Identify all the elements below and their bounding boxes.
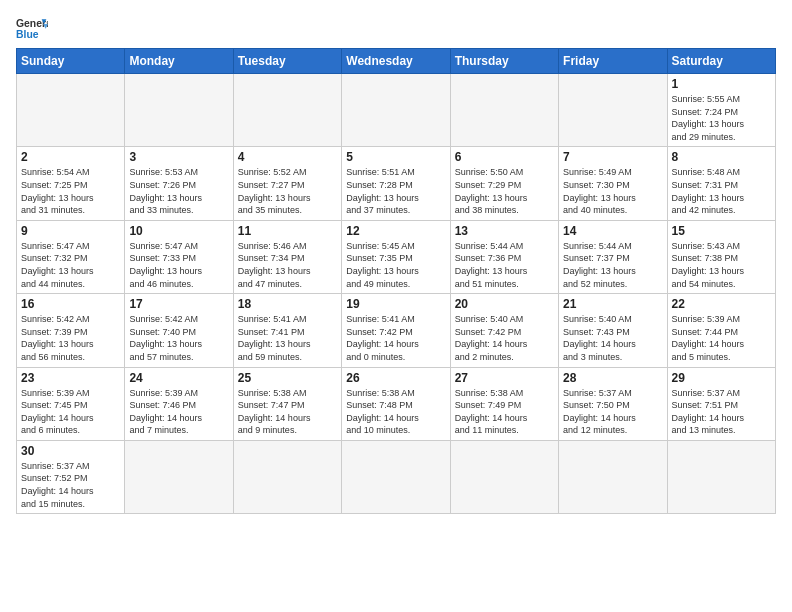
day-info: Sunrise: 5:47 AM Sunset: 7:33 PM Dayligh… <box>129 240 228 290</box>
day-info: Sunrise: 5:55 AM Sunset: 7:24 PM Dayligh… <box>672 93 771 143</box>
day-number: 24 <box>129 371 228 385</box>
calendar-cell <box>450 74 558 147</box>
day-info: Sunrise: 5:47 AM Sunset: 7:32 PM Dayligh… <box>21 240 120 290</box>
calendar-cell: 8Sunrise: 5:48 AM Sunset: 7:31 PM Daylig… <box>667 147 775 220</box>
day-info: Sunrise: 5:42 AM Sunset: 7:39 PM Dayligh… <box>21 313 120 363</box>
day-number: 10 <box>129 224 228 238</box>
day-number: 8 <box>672 150 771 164</box>
weekday-header-wednesday: Wednesday <box>342 49 450 74</box>
calendar-cell <box>233 440 341 513</box>
calendar-cell: 1Sunrise: 5:55 AM Sunset: 7:24 PM Daylig… <box>667 74 775 147</box>
day-number: 4 <box>238 150 337 164</box>
calendar-cell: 12Sunrise: 5:45 AM Sunset: 7:35 PM Dayli… <box>342 220 450 293</box>
day-number: 27 <box>455 371 554 385</box>
day-info: Sunrise: 5:37 AM Sunset: 7:52 PM Dayligh… <box>21 460 120 510</box>
header: General Blue <box>16 16 776 40</box>
week-row-5: 23Sunrise: 5:39 AM Sunset: 7:45 PM Dayli… <box>17 367 776 440</box>
calendar-cell <box>125 74 233 147</box>
weekday-header-thursday: Thursday <box>450 49 558 74</box>
day-number: 14 <box>563 224 662 238</box>
day-info: Sunrise: 5:48 AM Sunset: 7:31 PM Dayligh… <box>672 166 771 216</box>
day-number: 23 <box>21 371 120 385</box>
calendar-cell: 16Sunrise: 5:42 AM Sunset: 7:39 PM Dayli… <box>17 294 125 367</box>
day-info: Sunrise: 5:38 AM Sunset: 7:49 PM Dayligh… <box>455 387 554 437</box>
logo: General Blue <box>16 16 48 40</box>
day-number: 28 <box>563 371 662 385</box>
calendar-cell: 25Sunrise: 5:38 AM Sunset: 7:47 PM Dayli… <box>233 367 341 440</box>
weekday-header-saturday: Saturday <box>667 49 775 74</box>
day-info: Sunrise: 5:39 AM Sunset: 7:44 PM Dayligh… <box>672 313 771 363</box>
calendar-cell: 29Sunrise: 5:37 AM Sunset: 7:51 PM Dayli… <box>667 367 775 440</box>
calendar-cell: 9Sunrise: 5:47 AM Sunset: 7:32 PM Daylig… <box>17 220 125 293</box>
day-number: 1 <box>672 77 771 91</box>
calendar-cell: 13Sunrise: 5:44 AM Sunset: 7:36 PM Dayli… <box>450 220 558 293</box>
calendar-cell: 6Sunrise: 5:50 AM Sunset: 7:29 PM Daylig… <box>450 147 558 220</box>
calendar-cell: 28Sunrise: 5:37 AM Sunset: 7:50 PM Dayli… <box>559 367 667 440</box>
day-info: Sunrise: 5:37 AM Sunset: 7:50 PM Dayligh… <box>563 387 662 437</box>
day-info: Sunrise: 5:39 AM Sunset: 7:45 PM Dayligh… <box>21 387 120 437</box>
day-info: Sunrise: 5:38 AM Sunset: 7:47 PM Dayligh… <box>238 387 337 437</box>
day-number: 29 <box>672 371 771 385</box>
day-info: Sunrise: 5:44 AM Sunset: 7:37 PM Dayligh… <box>563 240 662 290</box>
week-row-1: 1Sunrise: 5:55 AM Sunset: 7:24 PM Daylig… <box>17 74 776 147</box>
day-number: 17 <box>129 297 228 311</box>
calendar-cell: 24Sunrise: 5:39 AM Sunset: 7:46 PM Dayli… <box>125 367 233 440</box>
day-info: Sunrise: 5:37 AM Sunset: 7:51 PM Dayligh… <box>672 387 771 437</box>
calendar-cell <box>125 440 233 513</box>
weekday-header-row: SundayMondayTuesdayWednesdayThursdayFrid… <box>17 49 776 74</box>
day-info: Sunrise: 5:46 AM Sunset: 7:34 PM Dayligh… <box>238 240 337 290</box>
calendar-cell <box>450 440 558 513</box>
day-number: 20 <box>455 297 554 311</box>
day-number: 19 <box>346 297 445 311</box>
calendar-cell <box>559 74 667 147</box>
day-info: Sunrise: 5:40 AM Sunset: 7:42 PM Dayligh… <box>455 313 554 363</box>
calendar-cell <box>559 440 667 513</box>
calendar-cell: 23Sunrise: 5:39 AM Sunset: 7:45 PM Dayli… <box>17 367 125 440</box>
day-info: Sunrise: 5:53 AM Sunset: 7:26 PM Dayligh… <box>129 166 228 216</box>
day-number: 3 <box>129 150 228 164</box>
weekday-header-tuesday: Tuesday <box>233 49 341 74</box>
week-row-3: 9Sunrise: 5:47 AM Sunset: 7:32 PM Daylig… <box>17 220 776 293</box>
calendar-cell: 22Sunrise: 5:39 AM Sunset: 7:44 PM Dayli… <box>667 294 775 367</box>
day-info: Sunrise: 5:54 AM Sunset: 7:25 PM Dayligh… <box>21 166 120 216</box>
calendar-cell <box>342 74 450 147</box>
weekday-header-monday: Monday <box>125 49 233 74</box>
calendar-cell: 18Sunrise: 5:41 AM Sunset: 7:41 PM Dayli… <box>233 294 341 367</box>
calendar-cell <box>342 440 450 513</box>
calendar-cell: 3Sunrise: 5:53 AM Sunset: 7:26 PM Daylig… <box>125 147 233 220</box>
calendar-cell: 14Sunrise: 5:44 AM Sunset: 7:37 PM Dayli… <box>559 220 667 293</box>
day-number: 21 <box>563 297 662 311</box>
day-info: Sunrise: 5:40 AM Sunset: 7:43 PM Dayligh… <box>563 313 662 363</box>
day-number: 12 <box>346 224 445 238</box>
day-number: 11 <box>238 224 337 238</box>
calendar-table: SundayMondayTuesdayWednesdayThursdayFrid… <box>16 48 776 514</box>
calendar-cell: 5Sunrise: 5:51 AM Sunset: 7:28 PM Daylig… <box>342 147 450 220</box>
day-number: 16 <box>21 297 120 311</box>
day-info: Sunrise: 5:51 AM Sunset: 7:28 PM Dayligh… <box>346 166 445 216</box>
svg-text:Blue: Blue <box>16 29 39 40</box>
calendar-cell: 11Sunrise: 5:46 AM Sunset: 7:34 PM Dayli… <box>233 220 341 293</box>
calendar-cell: 15Sunrise: 5:43 AM Sunset: 7:38 PM Dayli… <box>667 220 775 293</box>
day-number: 22 <box>672 297 771 311</box>
day-number: 2 <box>21 150 120 164</box>
calendar-cell: 20Sunrise: 5:40 AM Sunset: 7:42 PM Dayli… <box>450 294 558 367</box>
day-number: 7 <box>563 150 662 164</box>
week-row-6: 30Sunrise: 5:37 AM Sunset: 7:52 PM Dayli… <box>17 440 776 513</box>
weekday-header-sunday: Sunday <box>17 49 125 74</box>
day-number: 9 <box>21 224 120 238</box>
calendar-cell: 19Sunrise: 5:41 AM Sunset: 7:42 PM Dayli… <box>342 294 450 367</box>
day-info: Sunrise: 5:50 AM Sunset: 7:29 PM Dayligh… <box>455 166 554 216</box>
day-number: 13 <box>455 224 554 238</box>
day-number: 26 <box>346 371 445 385</box>
calendar-cell <box>233 74 341 147</box>
week-row-2: 2Sunrise: 5:54 AM Sunset: 7:25 PM Daylig… <box>17 147 776 220</box>
page: General Blue SundayMondayTuesdayWednesda… <box>0 0 792 612</box>
day-number: 15 <box>672 224 771 238</box>
day-number: 5 <box>346 150 445 164</box>
day-info: Sunrise: 5:45 AM Sunset: 7:35 PM Dayligh… <box>346 240 445 290</box>
day-info: Sunrise: 5:49 AM Sunset: 7:30 PM Dayligh… <box>563 166 662 216</box>
calendar-cell: 30Sunrise: 5:37 AM Sunset: 7:52 PM Dayli… <box>17 440 125 513</box>
day-info: Sunrise: 5:41 AM Sunset: 7:42 PM Dayligh… <box>346 313 445 363</box>
day-info: Sunrise: 5:41 AM Sunset: 7:41 PM Dayligh… <box>238 313 337 363</box>
day-info: Sunrise: 5:44 AM Sunset: 7:36 PM Dayligh… <box>455 240 554 290</box>
